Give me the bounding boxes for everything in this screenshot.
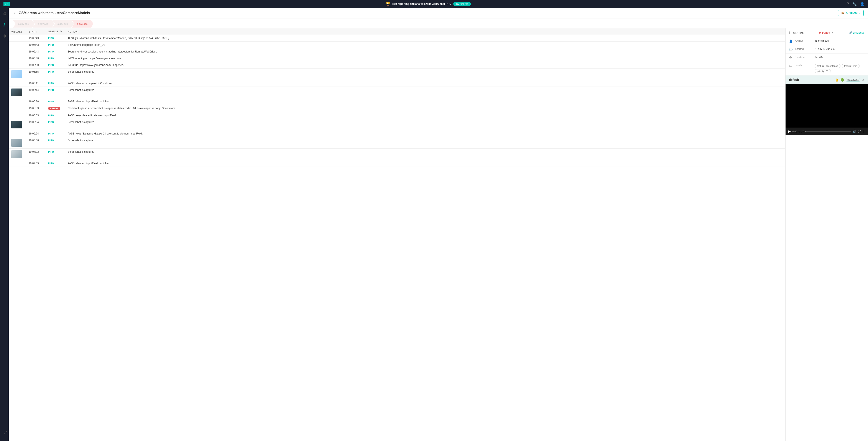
cell-start: 19:07:02 <box>26 149 45 160</box>
cell-action: Screenshot is captured <box>65 68 785 80</box>
sidebar-item-chart[interactable] <box>1 10 7 18</box>
user-icon[interactable]: 👤 <box>860 2 865 6</box>
cell-visual <box>9 80 26 87</box>
owner-value: anonymous <box>815 39 829 42</box>
back-button[interactable]: ← <box>13 11 17 15</box>
status-dropdown-arrow[interactable]: ▼ <box>832 31 834 34</box>
nav-left: ZE <box>3 2 10 6</box>
cell-action: Set Chrome language to: en_US <box>65 42 785 49</box>
thumbnail[interactable] <box>11 121 22 128</box>
cell-visual <box>9 49 26 55</box>
table-row: 19:05:50INFOINFO: url 'https://www.gsmar… <box>9 62 785 68</box>
svg-rect-2 <box>3 14 4 15</box>
cell-status: INFO <box>45 130 65 137</box>
status-badge-info: INFO <box>48 139 54 141</box>
play-button[interactable]: ▶ <box>788 129 791 133</box>
status-badge-info: INFO <box>48 151 54 153</box>
status-section: 🏳 Status <box>789 31 804 34</box>
pipeline-row: a day ago a day ago a day ago a day ago <box>9 19 868 28</box>
video-progress-bar[interactable] <box>806 131 851 132</box>
status-badge-info: INFO <box>48 162 54 165</box>
status-badge-info: INFO <box>48 114 54 117</box>
status-badge-info: INFO <box>48 70 54 73</box>
status-badge-info: INFO <box>48 132 54 135</box>
cell-start: 19:06:20 <box>26 98 45 105</box>
labels-label: Labels <box>795 64 812 67</box>
status-badge-error: ERROR <box>48 107 60 110</box>
labels-row-container: 🏷 Labels feature: acceptance feature: we… <box>785 62 868 75</box>
cell-start: 19:07:09 <box>26 160 45 167</box>
cell-visual <box>9 98 26 105</box>
artifacts-icon: 📦 <box>841 11 844 14</box>
cell-action: Screenshot is captured <box>65 149 785 160</box>
more-options-icon[interactable]: ⋮ <box>862 130 865 133</box>
fullscreen-icon[interactable]: ⛶ <box>858 130 861 133</box>
cell-start: 19:06:56 <box>26 137 45 149</box>
status-badge-info: INFO <box>48 37 54 39</box>
help-icon[interactable]: ? <box>847 2 849 6</box>
cell-status: INFO <box>45 68 65 80</box>
thumbnail[interactable] <box>11 70 22 78</box>
cell-status: INFO <box>45 112 65 119</box>
log-table-header: VISUALS START STATUS ⚙ ACTION <box>9 28 785 35</box>
status-dot <box>819 32 821 34</box>
cell-visual <box>9 105 26 112</box>
cell-start: 19:06:14 <box>26 87 45 98</box>
settings-icon[interactable]: 🔧 <box>852 2 857 6</box>
page-title: GSM arena web tests - testCompareModels <box>19 11 90 15</box>
pipeline-step-2[interactable]: a day ago <box>33 20 52 28</box>
sidebar-item-rocket[interactable] <box>1 22 7 29</box>
cell-visual[interactable] <box>9 87 26 98</box>
try-free-button[interactable]: Try for Free <box>453 2 471 6</box>
video-controls: ▶ 0:00 / 1:17 🔊 ⛶ ⋮ <box>785 128 868 135</box>
status-badge-info: INFO <box>48 121 54 123</box>
device-icons: 🔔 🟢 88.0.432... ∧ <box>835 78 865 82</box>
sidebar-expand-icon[interactable] <box>3 430 9 437</box>
started-label: Started <box>795 48 813 51</box>
cell-status: INFO <box>45 55 65 62</box>
cell-action: TEST [GSM arena web tests - testCompareM… <box>65 35 785 42</box>
table-row: 19:06:54INFOScreenshot is captured <box>9 119 785 130</box>
left-sidebar <box>0 8 9 441</box>
table-row: 19:06:53ERRORCould not upload a screensh… <box>9 105 785 112</box>
thumbnail[interactable] <box>11 89 22 96</box>
table-row: 19:06:53INFOPASS: keys cleared in elemen… <box>9 112 785 119</box>
pipeline-step-3[interactable]: a day ago <box>52 20 71 28</box>
owner-row: 👤 Owner anonymous <box>785 37 868 45</box>
sidebar-item-crosshair[interactable] <box>1 33 7 40</box>
link-issue-button[interactable]: 🔗 Link issue <box>849 31 865 34</box>
cell-visual <box>9 62 26 68</box>
svg-rect-0 <box>3 12 4 13</box>
thumbnail[interactable] <box>11 139 22 147</box>
svg-rect-1 <box>5 12 6 13</box>
cell-visual[interactable] <box>9 68 26 80</box>
status-badge-info: INFO <box>48 100 54 103</box>
pipeline-step-4[interactable]: a day ago <box>72 20 91 28</box>
content-area: ← GSM arena web tests - testCompareModel… <box>9 8 868 441</box>
volume-icon[interactable]: 🔊 <box>852 130 856 133</box>
cell-visual[interactable] <box>9 137 26 149</box>
thumbnail[interactable] <box>11 150 22 158</box>
cell-status: INFO <box>45 160 65 167</box>
status-value-row: Failed ▼ <box>819 31 834 34</box>
col-header-visuals: VISUALS <box>9 28 26 35</box>
artifacts-button[interactable]: 📦 ARTIFACTS <box>838 10 864 16</box>
cell-visual <box>9 42 26 49</box>
browser-version-badge: 88.0.432... <box>846 78 860 82</box>
cell-start: 19:06:11 <box>26 80 45 87</box>
label-icon: 🏷 <box>789 64 792 68</box>
cell-action: Screenshot is captured <box>65 87 785 98</box>
cell-visual[interactable] <box>9 149 26 160</box>
cell-start: 19:05:43 <box>26 35 45 42</box>
video-time: 0:00 / 1:17 <box>793 130 804 133</box>
owner-icon: 👤 <box>789 39 793 43</box>
cell-action: Could not upload a screenshot. Response … <box>65 105 785 112</box>
svg-line-8 <box>6 432 7 433</box>
table-row: 19:06:54INFOPASS: keys 'Samsung Galaxy J… <box>9 130 785 137</box>
cell-visual[interactable] <box>9 119 26 130</box>
cell-action: Screenshot is captured <box>65 119 785 130</box>
duration-value: 2m 48s <box>815 56 823 59</box>
collapse-button[interactable]: ∧ <box>862 78 865 82</box>
pipeline-step-1[interactable]: a day ago <box>13 20 32 28</box>
filter-icon[interactable]: ⚙ <box>60 30 62 33</box>
